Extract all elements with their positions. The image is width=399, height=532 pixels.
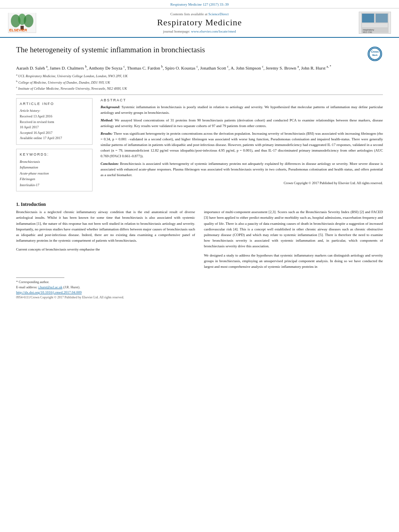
journal-header-center: Contents lists available at ScienceDirec… xyxy=(40,12,359,33)
method-label: Method: xyxy=(101,118,113,122)
background-label: Background: xyxy=(101,105,120,109)
abstract-method: Method: We assayed blood concentrations … xyxy=(101,118,383,129)
method-text: We assayed blood concentrations of 31 pr… xyxy=(101,118,383,128)
crossmark-icon: Cross Mark xyxy=(368,47,382,61)
svg-text:Cross: Cross xyxy=(371,50,379,53)
article-title: The heterogeneity of systemic inflammati… xyxy=(16,45,364,55)
left-column: ARTICLE INFO Article history: Received 1… xyxy=(16,98,93,191)
elsevier-logo-image: ELSEVIER xyxy=(8,13,36,33)
svg-rect-9 xyxy=(362,23,388,27)
intro-para-3: importance of multi-component assessment… xyxy=(204,209,383,249)
intro-para-2: Current concepts of bronchiectasis sever… xyxy=(16,246,195,252)
author-email-link[interactable]: j.hurst@ucl.ac.uk xyxy=(38,285,62,289)
elsevier-logo: ELSEVIER xyxy=(8,13,40,33)
abstract-results: Results: There was significant heterogen… xyxy=(101,131,383,159)
journal-header: ELSEVIER Contents lists available at Sci… xyxy=(0,8,399,38)
intro-left-col: Bronchiectasis is a neglected chronic in… xyxy=(16,209,195,273)
keywords-list: Bronchiectasis Inflammation Acute-phase … xyxy=(20,159,89,188)
received-date: Received 13 April 2016 xyxy=(20,114,89,119)
article-body-columns: ARTICLE INFO Article history: Received 1… xyxy=(16,98,383,191)
keywords-box: Keywords: Bronchiectasis Inflammation Ac… xyxy=(16,149,93,191)
conclusion-label: Conclusion: xyxy=(101,162,119,166)
abstract-label: ABSTRACT xyxy=(101,98,383,102)
doi-link[interactable]: http://dx.doi.org/10.1016/j.rmed.2017.04… xyxy=(16,290,383,294)
keywords-label: Keywords: xyxy=(20,152,89,156)
abstract-conclusion: Conclusion: Bronchiectasis is associated… xyxy=(101,161,383,178)
intro-columns: Bronchiectasis is a neglected chronic in… xyxy=(16,209,383,273)
footer-section: * Corresponding author. E-mail address: … xyxy=(0,277,399,303)
top-ref-bar: Respiratory Medicine 127 (2017) 33–39 xyxy=(0,0,399,8)
intro-para-1: Bronchiectasis is a neglected chronic in… xyxy=(16,209,195,243)
history-label: Article history: xyxy=(20,108,89,114)
abstract-copyright: Crown Copyright © 2017 Published by Else… xyxy=(101,181,383,186)
article-content: The heterogeneity of systemic inflammati… xyxy=(0,38,399,195)
available-online: Available online 17 April 2017 xyxy=(20,136,89,141)
background-text: Systemic inflammation in bronchiectasis … xyxy=(101,105,383,115)
keyword-4: Fibrinogen xyxy=(20,176,89,182)
svg-text:ELSEVIER: ELSEVIER xyxy=(9,28,27,32)
authors-line: Aarash D. Saleh a, James D. Chalmers b, … xyxy=(16,64,383,71)
section-heading-intro: 1. Introduction xyxy=(16,202,383,207)
divider-1 xyxy=(16,94,383,95)
article-info-box: ARTICLE INFO Article history: Received 1… xyxy=(16,98,93,145)
affil-a: a UCL Respiratory Medicine, University C… xyxy=(16,73,383,79)
corresponding-author-note: * Corresponding author. xyxy=(16,280,383,284)
keyword-2: Inflammation xyxy=(20,164,89,170)
email-footnote: E-mail address: j.hurst@ucl.ac.uk (J.R. … xyxy=(16,285,383,289)
svg-text:Mark: Mark xyxy=(372,54,378,56)
page: Respiratory Medicine 127 (2017) 33–39 EL… xyxy=(0,0,399,532)
body-section: 1. Introduction Bronchiectasis is a negl… xyxy=(0,195,399,273)
journal-name: Respiratory Medicine xyxy=(40,17,359,28)
svg-rect-8 xyxy=(376,14,388,23)
article-title-section: The heterogeneity of systemic inflammati… xyxy=(16,45,383,62)
received-revised-date: 10 April 2017 xyxy=(20,125,89,130)
right-column: ABSTRACT Background: Systemic inflammati… xyxy=(101,98,383,191)
affil-c: c Institute of Cellular Medicine, Newcas… xyxy=(16,85,383,91)
affil-b: b College of Medicine, University of Dun… xyxy=(16,79,383,85)
accepted-date: Accepted 16 April 2017 xyxy=(20,130,89,136)
keyword-3: Acute-phase reaction xyxy=(20,170,89,176)
results-label: Results: xyxy=(101,131,113,136)
abstract-box: Background: Systemic inflammation in bro… xyxy=(101,105,383,185)
conclusion-text: Bronchiectasis is associated with hetero… xyxy=(101,162,383,177)
results-text: There was significant heterogeneity in p… xyxy=(101,131,383,158)
crossmark-badge: Cross Mark xyxy=(368,47,383,62)
contents-line: Contents lists available at ScienceDirec… xyxy=(40,12,359,16)
section-title: Introduction xyxy=(21,202,46,207)
received-revised-label: Received in revised form xyxy=(20,119,89,125)
svg-point-3 xyxy=(24,14,33,27)
homepage-link[interactable]: www.elsevier.com/locate/rmed xyxy=(191,29,236,33)
journal-ref-text: Respiratory Medicine 127 (2017) 33–39 xyxy=(171,2,229,6)
journal-logo-right: respiratory MED ONE xyxy=(359,12,391,34)
section-number: 1. xyxy=(16,202,20,207)
intro-para-4: We designed a study to address the hypot… xyxy=(204,253,383,270)
sciencedirect-link[interactable]: ScienceDirect xyxy=(208,12,228,16)
footer-divider xyxy=(16,277,64,278)
intro-right-col: importance of multi-component assessment… xyxy=(204,209,383,273)
copyright-footer: 0954-6111/Crown Copyright © 2017 Publish… xyxy=(16,296,383,299)
keyword-5: Interleukin-17 xyxy=(20,182,89,188)
keyword-1: Bronchiectasis xyxy=(20,159,89,164)
abstract-background: Background: Systemic inflammation in bro… xyxy=(101,105,383,116)
svg-text:MED ONE: MED ONE xyxy=(363,31,372,33)
svg-rect-7 xyxy=(362,14,374,23)
article-info-label: ARTICLE INFO xyxy=(20,102,89,106)
homepage-line: journal homepage: www.elsevier.com/locat… xyxy=(40,29,359,33)
affiliations: a UCL Respiratory Medicine, University C… xyxy=(16,73,383,91)
